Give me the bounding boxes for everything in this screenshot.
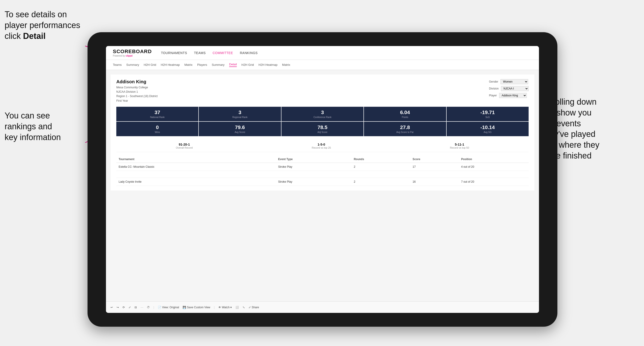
stat-avg-score: 79.6 Avg Score bbox=[199, 122, 281, 136]
stat-points: 6.04 Points bbox=[364, 107, 446, 121]
cell-rounds: 2 bbox=[352, 163, 410, 171]
main-nav: TOURNAMENTS TEAMS COMMITTEE RANKINGS bbox=[161, 51, 258, 55]
timer-button[interactable]: ⏱ bbox=[147, 306, 150, 309]
tablet-screen: SCOREBOARD Powered by clippd TOURNAMENTS… bbox=[106, 46, 539, 313]
annotation-bottom-left: You can see rankings and key information bbox=[4, 110, 85, 143]
conference-rank-label: Conference Rank bbox=[283, 116, 362, 119]
record-top50: 5-11-1 Record vs top 50 bbox=[450, 143, 469, 149]
cell-score: 16 bbox=[410, 177, 459, 186]
national-rank-label: National Rank bbox=[118, 116, 196, 119]
player-filter: Player Addison King bbox=[489, 93, 528, 98]
sub-nav: Teams Summary H2H Grid H2H Heatmap Matri… bbox=[106, 60, 539, 70]
stat-conference-rank: 3 Conference Rank bbox=[282, 107, 364, 121]
cell-score: 17 bbox=[410, 163, 459, 171]
fullscreen-button[interactable]: ⤡ bbox=[242, 306, 245, 309]
overall-label: Overall Record bbox=[176, 146, 192, 149]
conference-rank-value: 3 bbox=[283, 110, 362, 116]
view-original-button[interactable]: 📄 View: Original bbox=[158, 306, 179, 309]
points-value: 6.04 bbox=[366, 110, 444, 116]
division-filter: Division NJCAA I NJCAA II bbox=[489, 86, 528, 91]
tab-players[interactable]: Players bbox=[197, 63, 207, 66]
cell-event-type: Stroke Play bbox=[276, 163, 352, 171]
tab-h2h-heatmap2[interactable]: H2H Heatmap bbox=[258, 63, 277, 66]
player-college: Mesa Community College bbox=[116, 85, 158, 90]
adj-score-value: 78.5 bbox=[283, 125, 362, 131]
collapse-button[interactable]: ⊟ bbox=[134, 306, 137, 309]
avg-sg-label: Avg SG bbox=[448, 131, 527, 133]
wins-label: Wins bbox=[118, 131, 196, 133]
expand-button[interactable]: ⤢ bbox=[128, 306, 131, 309]
tab-teams[interactable]: Teams bbox=[113, 63, 122, 66]
nav-rankings[interactable]: RANKINGS bbox=[240, 51, 258, 55]
wins-value: 0 bbox=[118, 125, 196, 131]
undo-button[interactable]: ↩ bbox=[110, 306, 113, 309]
record-overall: 91-20-1 Overall Record bbox=[176, 143, 192, 149]
nav-tournaments[interactable]: TOURNAMENTS bbox=[161, 51, 187, 55]
top50-value: 5-11-1 bbox=[450, 143, 469, 146]
division-select[interactable]: NJCAA I NJCAA II bbox=[501, 86, 528, 91]
save-view-button[interactable]: 💾 Save Custom View bbox=[183, 306, 210, 309]
cell-position: 4 out of 20 bbox=[459, 163, 528, 171]
col-event-type: Event Type bbox=[276, 156, 352, 163]
tab-summary1[interactable]: Summary bbox=[126, 63, 139, 66]
tab-matrix1[interactable]: Matrix bbox=[184, 63, 192, 66]
avg-par-label: Avg Score to Par bbox=[366, 131, 444, 133]
overall-value: 91-20-1 bbox=[176, 143, 192, 146]
gender-label: Gender bbox=[489, 80, 498, 83]
player-year: First Year bbox=[116, 99, 158, 103]
tab-h2h-grid2[interactable]: H2H Grid bbox=[242, 63, 254, 66]
cell-position: 7 out of 20 bbox=[459, 177, 528, 186]
points-label: Points bbox=[366, 116, 444, 119]
stat-regional-rank: 3 Regional Rank bbox=[199, 107, 281, 121]
stat-wins: 0 Wins bbox=[116, 122, 198, 136]
player-top: Addison King Mesa Community College NJCA… bbox=[116, 79, 528, 103]
app-header: SCOREBOARD Powered by clippd TOURNAMENTS… bbox=[106, 46, 539, 60]
avg-score-value: 79.6 bbox=[200, 125, 279, 131]
stat-avg-par: 27.8 Avg Score to Par bbox=[364, 122, 446, 136]
refresh-button[interactable]: ⟳ bbox=[122, 306, 125, 309]
player-card: Addison King Mesa Community College NJCA… bbox=[110, 75, 534, 190]
avg-sg-value: -10.14 bbox=[448, 125, 527, 131]
annotation-top-left: To see details on player performances cl… bbox=[4, 9, 92, 41]
cell-rounds: 2 bbox=[352, 177, 410, 186]
col-score: Score bbox=[410, 156, 459, 163]
avg-par-value: 27.8 bbox=[366, 125, 444, 131]
gender-filter: Gender Women Men bbox=[489, 79, 528, 84]
national-rank-value: 37 bbox=[118, 110, 196, 116]
record-top25: 1-5-0 Record vs top 25 bbox=[312, 143, 331, 149]
content-area: Addison King Mesa Community College NJCA… bbox=[106, 70, 539, 301]
tab-matrix2[interactable]: Matrix bbox=[282, 63, 290, 66]
top25-label: Record vs top 25 bbox=[312, 146, 331, 149]
table-row bbox=[116, 171, 528, 177]
player-division: NJCAA Division 1 bbox=[116, 90, 158, 94]
tab-h2h-heatmap1[interactable]: H2H Heatmap bbox=[161, 63, 180, 66]
screen-button[interactable]: ⬜ bbox=[236, 306, 239, 309]
logo-area: SCOREBOARD Powered by clippd bbox=[113, 48, 152, 57]
bottom-toolbar: ↩ ↪ ⟳ ⤢ ⊟ — ⏱ | 📄 View: Original 💾 Save … bbox=[106, 301, 539, 313]
player-name: Addison King bbox=[116, 79, 158, 84]
table-row: Lady Coyote Invite Stroke Play 2 16 7 ou… bbox=[116, 177, 528, 186]
tab-h2h-grid1[interactable]: H2H Grid bbox=[144, 63, 156, 66]
tab-summary2[interactable]: Summary bbox=[212, 63, 224, 66]
app-logo: SCOREBOARD bbox=[113, 48, 152, 54]
nav-teams[interactable]: TEAMS bbox=[194, 51, 206, 55]
share-button[interactable]: ⤢ Share bbox=[248, 306, 259, 309]
col-position: Position bbox=[459, 156, 528, 163]
regional-rank-value: 3 bbox=[200, 110, 279, 116]
stat-adj-score: 78.5 Adj Score bbox=[282, 122, 364, 136]
redo-button[interactable]: ↪ bbox=[116, 306, 119, 309]
stat-avg-sg: -10.14 Avg SG bbox=[446, 122, 528, 136]
player-filter-label: Player bbox=[489, 94, 497, 97]
gender-select[interactable]: Women Men bbox=[500, 79, 528, 84]
tab-detail[interactable]: Detail bbox=[229, 63, 237, 67]
nav-committee[interactable]: COMMITTEE bbox=[212, 51, 233, 55]
top25-value: 1-5-0 bbox=[312, 143, 331, 146]
adj-score-label: Adj Score bbox=[283, 131, 362, 133]
col-tournament: Tournament bbox=[116, 156, 276, 163]
watch-button[interactable]: 👁 Watch ▾ bbox=[218, 306, 232, 309]
player-info: Addison King Mesa Community College NJCA… bbox=[116, 79, 158, 103]
player-select[interactable]: Addison King bbox=[499, 93, 527, 98]
cell-tournament: Lady Coyote Invite bbox=[116, 177, 276, 186]
tournament-table: Tournament Event Type Rounds Score Posit… bbox=[116, 156, 528, 186]
top50-label: Record vs top 50 bbox=[450, 146, 469, 149]
